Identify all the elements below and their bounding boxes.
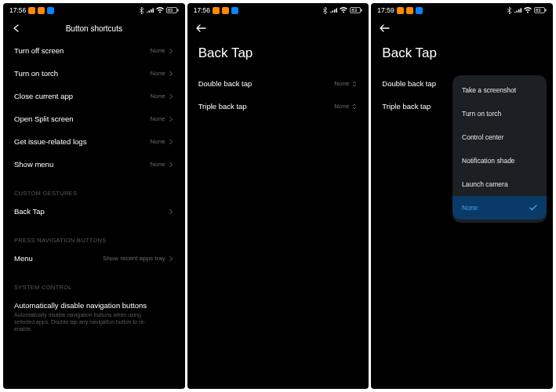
- chevron-right-icon: [168, 48, 174, 54]
- row-label: Triple back tap: [198, 102, 247, 111]
- row-value: None: [151, 47, 165, 54]
- chevron-right-icon: [168, 162, 174, 168]
- row-value: None: [334, 80, 349, 87]
- row-get-issue-logs[interactable]: Get issue-related logs None: [6, 130, 182, 153]
- wifi-icon: [156, 7, 164, 13]
- status-bar: 17:59 83: [371, 3, 553, 17]
- status-app-icon: [406, 7, 413, 14]
- screen-back-tap: 17:56 83 Back Tap Double back tap None: [187, 3, 369, 389]
- row-label: Double back tap: [198, 79, 253, 88]
- updown-icon: [351, 103, 358, 111]
- row-auto-disable-nav[interactable]: Automatically disable navigation buttons…: [6, 294, 182, 339]
- row-close-current-app[interactable]: Close current app None: [6, 85, 182, 107]
- status-app-icon: [222, 7, 229, 14]
- row-label: Turn on torch: [14, 69, 58, 78]
- updown-icon: [351, 80, 358, 88]
- page-title: Back Tap: [187, 39, 369, 72]
- row-double-back-tap[interactable]: Double back tap None: [191, 72, 366, 95]
- popup-option-none[interactable]: None: [452, 196, 547, 220]
- chevron-right-icon: [168, 71, 174, 77]
- bluetooth-icon: [322, 7, 328, 14]
- popup-option-launch-camera[interactable]: Launch camera: [452, 172, 547, 196]
- status-bar: 17:56 83: [3, 3, 185, 17]
- svg-rect-5: [545, 9, 546, 12]
- popup-label: Notification shade: [462, 157, 515, 165]
- row-value: None: [334, 103, 349, 110]
- row-open-split-screen[interactable]: Open Split screen None: [6, 107, 182, 130]
- battery-icon: 83: [166, 7, 179, 13]
- popup-option-notification-shade[interactable]: Notification shade: [452, 149, 547, 172]
- svg-rect-3: [362, 9, 362, 12]
- chevron-right-icon: [168, 256, 174, 262]
- status-app-icon: [231, 7, 238, 14]
- status-app-icon: [28, 7, 35, 14]
- popup-option-control-center[interactable]: Control center: [452, 125, 547, 149]
- signal-icon: [147, 8, 154, 13]
- status-time: 17:59: [377, 6, 394, 14]
- back-icon[interactable]: [195, 23, 206, 34]
- row-value: None: [151, 93, 165, 100]
- status-time: 17:56: [194, 6, 210, 14]
- screen-back-tap-popup: 17:59 83 Back Tap Double back tap Triple…: [371, 3, 553, 389]
- popup-option-torch[interactable]: Turn on torch: [452, 102, 547, 125]
- row-show-menu[interactable]: Show menu None: [6, 153, 182, 176]
- page-title: Button shortcuts: [3, 24, 185, 33]
- chevron-right-icon: [168, 209, 174, 215]
- page-title: Back Tap: [371, 39, 553, 72]
- popup-label: Take a screenshot: [462, 86, 516, 94]
- header: [371, 17, 553, 39]
- status-bar: 17:56 83: [187, 3, 369, 17]
- popup-option-screenshot[interactable]: Take a screenshot: [452, 78, 547, 102]
- row-menu[interactable]: Menu Show recent apps tray: [6, 247, 182, 270]
- popup-label: Control center: [462, 133, 503, 141]
- row-label: Menu: [14, 254, 33, 263]
- svg-rect-1: [177, 9, 178, 12]
- section-custom-gestures: CUSTOM GESTURES: [6, 176, 182, 200]
- header: Button shortcuts: [3, 17, 185, 39]
- row-label: Automatically disable navigation buttons: [14, 301, 174, 310]
- battery-icon: 83: [534, 7, 547, 13]
- bluetooth-icon: [139, 7, 144, 14]
- row-label: Close current app: [14, 92, 73, 100]
- bluetooth-icon: [507, 7, 512, 14]
- row-value: None: [151, 115, 165, 122]
- popup-label: None: [462, 204, 478, 212]
- row-label: Double back tap: [382, 79, 436, 88]
- section-system-control: SYSTEM CONTROL: [6, 270, 182, 294]
- status-app-icon: [397, 7, 404, 14]
- status-app-icon: [213, 7, 220, 14]
- row-back-tap[interactable]: Back Tap: [6, 200, 182, 223]
- check-icon: [529, 204, 537, 212]
- section-press-nav: PRESS NAVIGATION BUTTONS: [6, 223, 182, 247]
- chevron-right-icon: [168, 116, 174, 122]
- back-icon[interactable]: [379, 23, 390, 34]
- row-turn-off-screen[interactable]: Turn off screen None: [6, 39, 182, 62]
- row-subtitle: Automatically disable navigation buttons…: [14, 311, 174, 332]
- row-label: Get issue-related logs: [14, 137, 86, 146]
- wifi-icon: [524, 7, 532, 13]
- option-popup: Take a screenshot Turn on torch Control …: [452, 75, 547, 223]
- chevron-right-icon: [168, 93, 174, 100]
- row-label: Turn off screen: [14, 46, 64, 55]
- row-triple-back-tap[interactable]: Triple back tap None: [191, 95, 366, 118]
- status-time: 17:56: [9, 6, 26, 14]
- row-label: Show menu: [14, 160, 53, 169]
- row-label: Open Split screen: [14, 114, 74, 123]
- chevron-right-icon: [168, 139, 174, 145]
- row-label: Triple back tap: [382, 102, 431, 111]
- status-app-icon: [416, 7, 423, 14]
- row-value: None: [151, 161, 165, 168]
- wifi-icon: [340, 7, 347, 13]
- popup-label: Turn on torch: [462, 110, 501, 118]
- status-app-icon: [38, 7, 45, 14]
- row-value: None: [151, 70, 165, 77]
- popup-label: Launch camera: [462, 180, 508, 188]
- header: [187, 17, 369, 39]
- row-value: None: [151, 138, 165, 145]
- row-turn-on-torch[interactable]: Turn on torch None: [6, 62, 182, 85]
- signal-icon: [330, 8, 337, 13]
- signal-icon: [514, 8, 521, 13]
- screen-button-shortcuts: 17:56 83 Button shortcuts Turn off scree…: [3, 3, 185, 389]
- battery-icon: 83: [350, 7, 362, 13]
- row-label: Back Tap: [14, 207, 45, 216]
